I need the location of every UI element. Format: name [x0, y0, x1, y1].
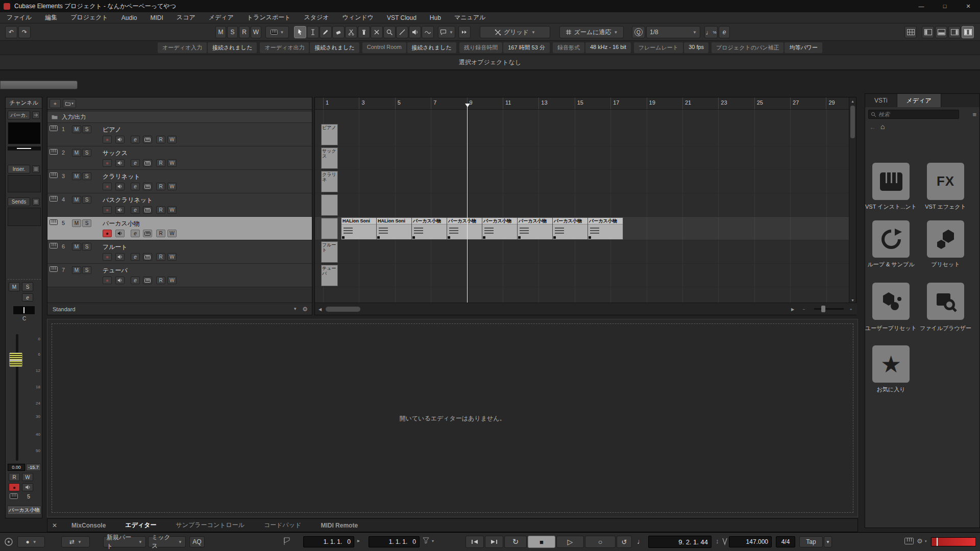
midi-clip[interactable]: パーカス小物 — [447, 217, 482, 240]
ruler-bar-number[interactable]: 23 — [718, 97, 754, 109]
inserts-slot[interactable] — [8, 175, 41, 192]
tab-media[interactable]: メディア — [897, 94, 941, 107]
track-mute-button[interactable]: M — [72, 126, 81, 133]
mute-tool[interactable] — [371, 26, 383, 38]
track-edit-button[interactable]: e — [131, 183, 140, 190]
ruler-bar-number[interactable]: 15 — [575, 97, 610, 109]
track-preset-value[interactable]: Standard — [53, 306, 76, 312]
scroll-up-icon[interactable]: ▲ — [849, 97, 856, 105]
pan-control[interactable] — [13, 306, 35, 315]
io-folder-row[interactable]: 入力/出力 — [47, 112, 312, 123]
ruler-bar-number[interactable]: 21 — [682, 97, 718, 109]
record-mode-dropdown[interactable]: ● ▼ — [17, 536, 45, 547]
tile-presets[interactable] — [927, 220, 964, 258]
track-record-button[interactable]: ● — [103, 253, 112, 261]
range-select-tool[interactable] — [307, 26, 319, 38]
zoom-tool[interactable] — [383, 26, 396, 38]
track-row-4[interactable]: 4 M S バスクラリネット ● e R W — [47, 193, 312, 217]
close-lower-zone-icon[interactable]: ✕ — [47, 519, 62, 532]
ruler-bar-number[interactable]: 25 — [754, 97, 790, 109]
ruler-bar-number[interactable]: 19 — [647, 97, 682, 109]
midi-clip[interactable]: パーカス小物 — [411, 217, 447, 240]
auto-scroll-button[interactable] — [458, 26, 471, 38]
track-write-button[interactable]: W — [167, 253, 177, 261]
channel-export-icon[interactable] — [32, 111, 40, 119]
comment-dropdown[interactable]: ▼ — [438, 26, 455, 38]
lane-bass-clarinet[interactable] — [315, 193, 850, 217]
sends-icon[interactable] — [32, 198, 40, 206]
draw-tool[interactable] — [320, 26, 332, 38]
track-solo-button[interactable]: S — [82, 196, 91, 204]
track-read-button[interactable]: R — [156, 230, 165, 237]
track-row-5-selected[interactable]: 5 M S パーカス小物 ● e R W — [47, 217, 312, 240]
read-all-button[interactable]: R — [239, 26, 250, 38]
track-record-button[interactable]: ● — [103, 136, 112, 143]
playhead-handle[interactable] — [465, 104, 470, 107]
scroll-right-icon[interactable]: ▶ — [789, 305, 797, 313]
ruler-bar-number[interactable]: 13 — [538, 97, 574, 109]
arrange-area[interactable]: ピアノ サックス クラリネ HALion Soni HALion S — [315, 110, 850, 304]
vertical-scroll-handle[interactable] — [850, 106, 855, 138]
track-monitor-button[interactable] — [115, 136, 125, 143]
playhead-cursor[interactable] — [467, 104, 468, 304]
track-mute-button[interactable]: M — [72, 172, 81, 180]
menu-item[interactable]: スコア — [170, 12, 202, 23]
lane-part[interactable]: フルート — [321, 241, 338, 263]
channel-display[interactable] — [8, 122, 41, 144]
fader-handle[interactable] — [9, 353, 22, 367]
zoom-out-icon[interactable]: − — [800, 305, 808, 313]
punch-filter-icon[interactable] — [423, 537, 429, 548]
channel-pan-strip[interactable] — [8, 146, 41, 151]
lane-part[interactable] — [321, 218, 338, 239]
track-mute-button[interactable]: M — [72, 219, 81, 227]
stop-button[interactable]: ■ — [528, 536, 555, 548]
zones-setup-button[interactable] — [962, 26, 974, 38]
tab-mixconsole[interactable]: MixConsole — [62, 519, 115, 532]
sends-label[interactable]: Sends — [8, 197, 30, 206]
midi-clip[interactable]: パーカス小物 — [552, 217, 588, 240]
track-row-7[interactable]: 7 M S テューバ ● e R W — [47, 264, 312, 287]
track-solo-button[interactable]: S — [82, 126, 91, 133]
lane-part[interactable] — [321, 194, 338, 216]
track-instrument-button[interactable] — [143, 206, 152, 214]
track-monitor-button[interactable] — [115, 277, 125, 284]
track-monitor-button[interactable] — [115, 159, 125, 167]
horizontal-scrollbar[interactable]: ◀ ▶ − + — [315, 303, 857, 315]
lane-part[interactable]: サックス — [321, 147, 338, 169]
inserts-icon[interactable] — [32, 165, 40, 173]
cycle-button[interactable]: ↻ — [504, 536, 527, 548]
menu-item[interactable]: ファイル — [0, 12, 38, 23]
auto-quantize-button[interactable]: AQ — [189, 536, 205, 547]
track-monitor-button[interactable] — [115, 230, 125, 237]
channel-record-button[interactable]: ● — [9, 483, 20, 491]
status-item[interactable]: フレームレート 30 fps — [634, 42, 708, 53]
peak-value[interactable]: -15.7 — [26, 464, 41, 471]
tab-chord-pads[interactable]: コードパッド — [254, 519, 311, 532]
track-read-button[interactable]: R — [156, 253, 165, 261]
zoom-slider[interactable] — [814, 308, 844, 310]
media-search-box[interactable] — [868, 110, 959, 119]
status-item[interactable]: プロジェクトのパン補正 均等パワー — [712, 42, 822, 53]
solo-all-button[interactable]: S — [227, 26, 238, 38]
track-write-button[interactable]: W — [167, 277, 177, 284]
track-write-button[interactable]: W — [167, 230, 177, 237]
menu-item[interactable]: Audio — [115, 12, 144, 23]
track-solo-button[interactable]: S — [82, 149, 91, 157]
ruler-bar-number[interactable]: 3 — [359, 97, 395, 109]
status-item[interactable]: 残り録音時間 167 時間 53 分 — [459, 42, 550, 53]
channel-monitor-button[interactable] — [22, 483, 33, 491]
track-record-button[interactable]: ● — [103, 183, 112, 190]
tile-loops-samples[interactable] — [872, 220, 910, 258]
quantize-panel-button[interactable]: e — [719, 26, 730, 38]
track-read-button[interactable]: R — [156, 136, 165, 143]
track-mute-button[interactable]: M — [72, 266, 81, 274]
track-read-button[interactable]: R — [156, 206, 165, 214]
track-monitor-button[interactable] — [115, 183, 125, 190]
jog-button[interactable]: ↺ — [617, 536, 632, 548]
track-edit-button[interactable]: e — [131, 230, 140, 237]
tile-vst-instruments[interactable] — [872, 163, 910, 200]
track-record-button[interactable]: ● — [103, 230, 112, 237]
track-instrument-button[interactable] — [143, 230, 152, 237]
list-view-icon[interactable]: ≡ — [972, 111, 976, 118]
main-position-display[interactable]: 9. 2. 1. 44 — [648, 536, 712, 548]
